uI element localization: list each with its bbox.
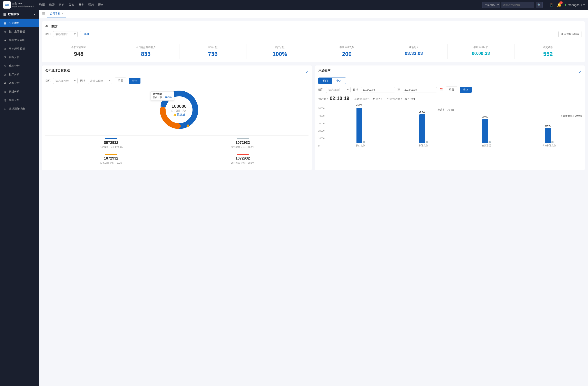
promo-analysis-icon: ◎: [3, 73, 7, 76]
account-manager-icon: ◈: [3, 47, 7, 50]
goal-stat-uncompleted: 1072932 未完成量（元）| 20.9%: [177, 135, 309, 151]
sales-manager-icon: ◈: [3, 39, 7, 42]
notification-badge: 5: [559, 1, 563, 4]
data-flow-icon: ⊞: [3, 107, 7, 110]
user-menu[interactable]: manager11 ▾: [565, 3, 585, 6]
sidebar-item-sales-analysis[interactable]: ◎ 销售分析: [0, 96, 39, 104]
bar-eff-connect-label: 18000: [545, 124, 551, 127]
stat-deals: 成交单数 552: [514, 44, 582, 59]
username: manager11: [567, 3, 582, 6]
today-filter-row: 部门 请选择部门 查询 ⚙ 设置显示指标: [45, 31, 582, 37]
stats-row: 今日首咨客户 948 今日有效首咨客户 833 回访人数 736 拨打次数 10…: [45, 41, 582, 59]
stat-effective-customers: 今日有效首咨客户 833: [112, 44, 179, 59]
bar-connect-x-label: 接通次数: [419, 144, 428, 147]
goal-target-select[interactable]: 请选择目标: [53, 78, 78, 84]
goal-expand-button[interactable]: ⤢: [306, 70, 309, 74]
nav-item-customers[interactable]: 客户: [59, 2, 64, 8]
comm-title: 沟通效率: [318, 69, 331, 73]
bar-pair-eff-connect: 18000: [545, 104, 553, 143]
sidebar-item-cost[interactable]: ◎ 成本分析: [0, 62, 39, 70]
bar-group-effective: 29000 有效通话: [456, 104, 517, 147]
device-icon[interactable]: 📱: [549, 3, 554, 7]
goal-title: 公司业绩目标达成: [45, 69, 70, 73]
connect-rate-annotation: 接通率：70.9%: [437, 108, 454, 112]
sidebar-item-promo-analysis[interactable]: ◎ 推广分析: [0, 70, 39, 79]
sidebar-item-data-flow[interactable]: ⊞ 数据流转记录: [0, 104, 39, 113]
nav-menu: 数据 线索 客户 公海 财务 运营 报名: [39, 2, 477, 8]
sidebar-item-sales-manager[interactable]: ◈ 销售主管看板: [0, 36, 39, 44]
tab-menu-button[interactable]: ☰: [42, 12, 45, 16]
calendar-icon[interactable]: 📅: [439, 88, 443, 92]
sidebar-title: 数据看板: [8, 12, 20, 16]
bar-pair-connect: 35000: [419, 104, 428, 143]
two-col-section: 公司业绩目标达成 ⤢ 目标 请选择目标 周期 请选择周期 重置 查询: [42, 65, 585, 174]
search-button[interactable]: 🔍: [536, 2, 543, 8]
nav-item-data[interactable]: 数据: [39, 2, 45, 8]
donut-tooltip: 1072932 所占比例：70.9%: [150, 91, 174, 101]
nav-item-leads[interactable]: 线索: [49, 2, 55, 8]
chart-area: 43000 拨打次数: [328, 107, 582, 152]
display-settings-button[interactable]: ⚙ 设置显示指标: [558, 31, 582, 37]
bar-chart: 50000 40000 30000 20000 10000 0: [318, 107, 582, 152]
dropdown-arrow: ▾: [583, 3, 585, 6]
search-bar: 手机号码 🔍: [482, 2, 543, 8]
stat-call-duration: 通话时长 03:33:03: [380, 44, 447, 59]
sidebar-item-promo-manager[interactable]: ◈ 推广主管看板: [0, 27, 39, 36]
bar-connect-main-rect: [419, 114, 425, 143]
nav-item-finance[interactable]: 财务: [78, 2, 84, 8]
bar-dial-x-label: 拨打次数: [356, 144, 365, 147]
tab-company-board[interactable]: 公司看板 ✕: [47, 10, 66, 18]
comm-date-to[interactable]: [403, 87, 437, 92]
top-nav: 云朵 云朵CRM教育机构一站式服务云平台 数据 线索 客户 公海 财务 运营 报…: [0, 0, 588, 10]
donut-chart: 1072932 所占比例：70.9%: [152, 87, 202, 132]
today-query-button[interactable]: 查询: [80, 31, 92, 37]
nav-item-operations[interactable]: 运营: [88, 2, 94, 8]
comm-expand-button[interactable]: ⤢: [579, 70, 582, 74]
visitor-icon: ☻: [3, 81, 7, 85]
sidebar-item-channel[interactable]: ⊗ 渠道分析: [0, 87, 39, 96]
notification-icon[interactable]: 🔔 5: [557, 3, 562, 7]
tab-close-button[interactable]: ✕: [62, 12, 64, 15]
bar-connect-main: 35000: [419, 114, 425, 143]
comm-tab-personal[interactable]: 个人: [332, 77, 346, 84]
sidebar-header: ▦ 数据看板 ▲: [0, 10, 39, 19]
donut-chart-container: 1072932 所占比例：70.9%: [45, 87, 309, 132]
bar-group-connect: 接通率：70.9% 35000: [393, 104, 454, 147]
bar-dial-main: 43000: [357, 108, 362, 143]
bar-group-eff-connect: 有效接通率：70.9% 18000: [519, 104, 580, 147]
dept-filter-select[interactable]: 请选择部门: [53, 31, 78, 37]
sidebar-item-account-manager[interactable]: ◈ 客户经理看板: [0, 44, 39, 53]
comm-reset-button[interactable]: 重置: [446, 86, 457, 93]
comm-filter-row: 部门 请选择部门 日期 至 📅 重置 查询: [318, 86, 582, 93]
comm-tab-dept[interactable]: 部门: [318, 77, 332, 84]
comm-effective-duration: 有效通话时长 02:10:19: [354, 97, 382, 101]
comm-dept-select[interactable]: 请选择部门: [326, 87, 351, 93]
bar-eff-connect-main-rect: [545, 128, 551, 143]
search-type-dropdown[interactable]: 手机号码: [482, 2, 500, 8]
nav-item-public[interactable]: 公海: [69, 2, 74, 8]
bar-effective-x-label: 有效通话: [482, 144, 491, 147]
comm-tab-group: 部门 个人: [318, 77, 582, 84]
search-input[interactable]: [502, 2, 534, 8]
settings-icon: ⚙: [561, 33, 563, 36]
svg-point-6: [187, 124, 189, 127]
comm-query-button[interactable]: 查询: [460, 87, 472, 93]
bar-connect-label: 35000: [419, 111, 425, 113]
stat-new-customers: 今日首咨客户 948: [45, 44, 112, 59]
channel-icon: ⊗: [3, 90, 7, 93]
sidebar-item-funnel[interactable]: ⊽ 漏斗分析: [0, 53, 39, 62]
goal-stats-grid: 8972932 已完成量（元）| 70.9% 1072932 未完成量（元）| …: [45, 135, 309, 167]
nav-item-signup[interactable]: 报名: [98, 2, 104, 8]
goal-reset-button[interactable]: 重置: [115, 77, 126, 84]
sidebar-toggle[interactable]: ▲: [33, 13, 36, 16]
comm-card-header: 沟通效率 ⤢: [318, 69, 582, 75]
goal-stat-completed: 8972932 已完成量（元）| 70.9%: [45, 135, 177, 151]
goal-period-select[interactable]: 请选择周期: [88, 78, 112, 84]
goal-query-button[interactable]: 查询: [129, 78, 141, 84]
sidebar-item-visitor[interactable]: ☻ 访客分析: [0, 79, 39, 87]
goal-card: 公司业绩目标达成 ⤢ 目标 请选择目标 周期 请选择周期 重置 查询: [42, 65, 312, 170]
comm-date-from[interactable]: [361, 87, 395, 92]
logo-icon: 云朵: [3, 1, 11, 9]
stat-avg-duration: 平均通话时长 00:00:33: [447, 44, 514, 59]
sidebar-item-company-board[interactable]: ▦ 公司看板: [0, 19, 39, 27]
